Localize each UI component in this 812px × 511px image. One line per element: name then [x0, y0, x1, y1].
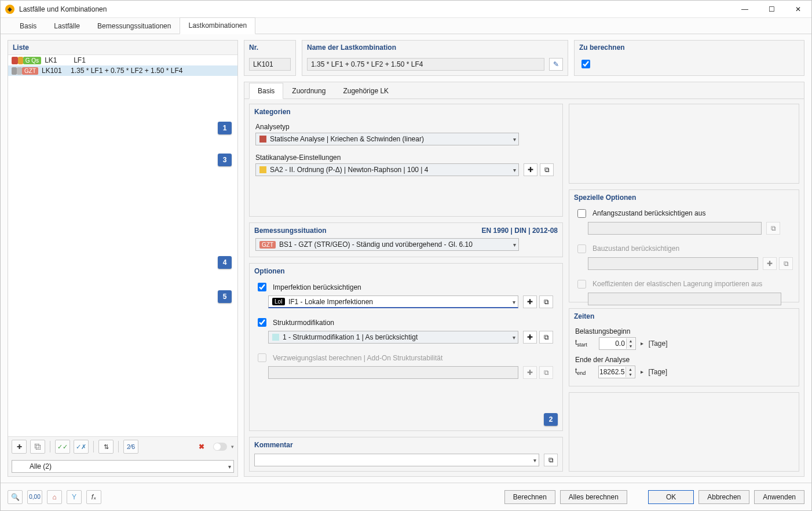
list-toolbar: ✚ ⿻ ✓✓ ✓✗ ⇅ 2⁄6 ✖ ▾: [8, 437, 237, 457]
struktur-new-button[interactable]: ✚: [523, 331, 537, 344]
swap-icon: ⇅: [104, 443, 109, 451]
zu-berechnen-checkbox[interactable]: [581, 60, 590, 68]
category-chip-icon: [12, 57, 18, 64]
struktur-label: Strukturmodifikation: [273, 319, 334, 327]
color-swatch-icon: [272, 334, 279, 341]
footer-tool-units[interactable]: 0,00: [27, 490, 42, 504]
alles-berechnen-button[interactable]: Alles berechnen: [560, 490, 627, 504]
berechnen-button[interactable]: Berechnen: [504, 490, 555, 504]
kommentar-edit-button[interactable]: ⧉: [544, 454, 558, 466]
name-value: 1.35 * LF1 + 0.75 * LF2 + 1.50 * LF4: [307, 58, 544, 71]
color-swatch-icon: [259, 166, 266, 173]
spinner-up-icon[interactable]: ▲: [626, 367, 634, 372]
subtab-zugehoerige-lk[interactable]: Zugehörige LK: [334, 83, 397, 99]
spinner-down-icon[interactable]: ▼: [626, 344, 635, 349]
search-icon: 🔍: [11, 493, 20, 501]
imperfektion-combo[interactable]: LoI IF1 - Lokale Imperfektionen ▾: [268, 295, 518, 308]
list-row-lk1[interactable]: G Qs LK1 LF1: [8, 55, 237, 65]
kommentar-group: Kommentar ▾ ⧉: [249, 437, 563, 472]
subtab-zuordnung[interactable]: Zuordnung: [283, 83, 334, 99]
edit-icon: ⧉: [544, 368, 549, 377]
tend-input[interactable]: 18262.5 ▲▼: [598, 366, 635, 378]
toggle-button[interactable]: [213, 440, 228, 454]
tab-basis[interactable]: Basis: [11, 18, 45, 34]
verzweigung-edit-button: ⧉: [539, 366, 553, 379]
copy-item-button[interactable]: ⿻: [30, 440, 45, 454]
nr-value: LK101: [249, 58, 291, 71]
toggle-icon: [213, 443, 227, 451]
footer-tool-y[interactable]: Y: [67, 490, 82, 504]
list-panel: Liste G Qs LK1 LF1: [8, 40, 238, 477]
nr-label: Nr.: [244, 41, 295, 54]
filter-combo[interactable]: Alle (2) ▾: [12, 460, 234, 473]
optionen-group: Optionen Imperfektion berücksichtigen Lo…: [249, 263, 563, 431]
bemessung-combo[interactable]: GZT BS1 - GZT (STR/GEO) - Ständig und vo…: [255, 238, 519, 251]
copy-icon: ⿻: [35, 443, 41, 450]
bauzustand-edit-button: ⧉: [779, 257, 793, 270]
struktur-edit-button[interactable]: ⧉: [539, 331, 553, 344]
statik-combo[interactable]: SA2 - II. Ordnung (P-Δ) | Newton-Raphson…: [255, 163, 519, 176]
separator: [50, 441, 50, 452]
tend-step-button[interactable]: ▸: [638, 366, 646, 378]
tab-lastkombinationen[interactable]: Lastkombinationen: [180, 17, 255, 34]
list-body[interactable]: G Qs LK1 LF1 GZT LK101 1.35 * LF1 + 0.75…: [8, 55, 237, 437]
footer-tool-frame[interactable]: ⌂: [47, 490, 62, 504]
struktur-combo[interactable]: 1 - Strukturmodifikation 1 | As berücksi…: [268, 331, 518, 344]
sort-button[interactable]: ⇅: [98, 440, 114, 454]
filter-value: Alle (2): [16, 462, 52, 470]
toggle-caret[interactable]: ▾: [231, 444, 234, 450]
select-all-button[interactable]: ✓✓: [55, 440, 70, 454]
chevron-down-icon: ▾: [513, 167, 516, 173]
kommentar-combo[interactable]: ▾: [254, 454, 539, 466]
right-empty-bottom: [569, 392, 799, 472]
struktur-value: 1 - Strukturmodifikation 1 | As berücksi…: [283, 333, 418, 341]
function-icon: fₓ: [92, 493, 96, 501]
imperfektion-edit-button[interactable]: ⧉: [539, 295, 553, 308]
tstart-step-button[interactable]: ▸: [638, 337, 646, 350]
delete-button[interactable]: ✖: [194, 440, 209, 454]
tab-lastfaelle[interactable]: Lastfälle: [45, 18, 89, 34]
list-row-lk101[interactable]: GZT LK101 1.35 * LF1 + 0.75 * LF2 + 1.50…: [8, 65, 237, 76]
main-tabs: Basis Lastfälle Bemessungssituationen La…: [1, 18, 811, 34]
tab-bemessungssituationen[interactable]: Bemessungssituationen: [89, 18, 180, 34]
footer-tool-search[interactable]: 🔍: [8, 490, 23, 504]
window-max-button[interactable]: ☐: [758, 1, 785, 18]
subtabs: Basis Zuordnung Zugehörige LK: [244, 82, 804, 99]
edit-name-button[interactable]: ✎: [549, 58, 563, 71]
footer-tool-fx[interactable]: fₓ: [86, 490, 101, 504]
bemessung-standard: EN 1990 | DIN | 2012-08: [482, 227, 558, 235]
imperfektion-new-button[interactable]: ✚: [523, 295, 537, 308]
struktur-checkbox[interactable]: [258, 318, 266, 327]
chevron-down-icon: ▾: [228, 463, 231, 470]
zeiten-group: Zeiten Belastungsbeginn tstart 0.0 ▲▼: [569, 308, 799, 386]
window-min-button[interactable]: —: [731, 1, 758, 18]
bemessung-group: Bemessungssituation EN 1990 | DIN | 2012…: [249, 222, 563, 257]
analysetyp-combo[interactable]: Statische Analyse | Kriechen & Schwinden…: [255, 133, 519, 145]
anwenden-button[interactable]: Anwenden: [754, 490, 804, 504]
anfangszustand-checkbox[interactable]: [577, 209, 586, 218]
chevron-down-icon: ▾: [513, 136, 516, 143]
window-close-button[interactable]: ✕: [785, 1, 811, 18]
deselect-all-button[interactable]: ✓✗: [74, 440, 89, 454]
bauzustand-checkbox: [577, 244, 586, 253]
app-icon: ◆: [5, 5, 14, 14]
new-item-button[interactable]: ✚: [12, 440, 27, 454]
abbrechen-button[interactable]: Abbrechen: [698, 490, 749, 504]
tstart-value: 0.0: [615, 340, 625, 348]
spinner-up-icon[interactable]: ▲: [626, 338, 635, 344]
tstart-input[interactable]: 0.0 ▲▼: [599, 337, 636, 350]
footer: 🔍 0,00 ⌂ Y fₓ Berechnen Alles berechnen …: [1, 483, 811, 510]
renumber-button[interactable]: 2⁄6: [123, 440, 138, 454]
category-chip-gzt: GZT: [22, 67, 38, 75]
structure-icon: ⌂: [52, 493, 56, 501]
spinner-down-icon[interactable]: ▼: [626, 372, 634, 377]
ok-button[interactable]: OK: [648, 490, 694, 504]
verzweigung-new-button: ✚: [523, 366, 537, 379]
statik-edit-button[interactable]: ⧉: [540, 163, 554, 176]
right-empty-top: [569, 104, 799, 184]
name-label: Name der Lastkombination: [302, 41, 568, 54]
list-desc: 1.35 * LF1 + 0.75 * LF2 + 1.50 * LF4: [71, 67, 234, 75]
imperfektion-checkbox[interactable]: [258, 283, 266, 291]
statik-new-button[interactable]: ✚: [524, 163, 537, 176]
subtab-basis[interactable]: Basis: [249, 83, 283, 99]
